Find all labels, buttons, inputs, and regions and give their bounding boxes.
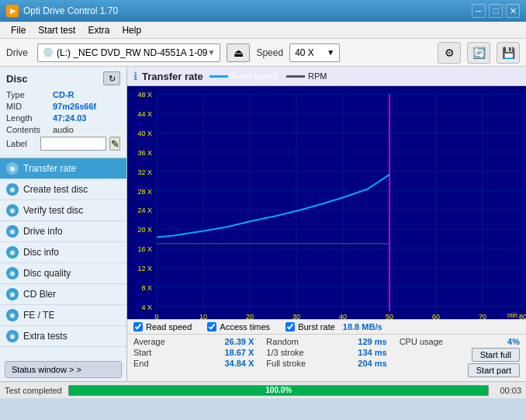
cpu-row: CPU usage 4% <box>400 337 520 346</box>
average-label: Average <box>133 337 165 346</box>
chart-header: ℹ Transfer rate Read speed RPM <box>127 67 526 86</box>
access-times-check: Access times <box>207 322 270 331</box>
nav-item-create-test-disc[interactable]: ◉ Create test disc <box>0 179 126 200</box>
chart-panel: ℹ Transfer rate Read speed RPM <box>127 67 526 381</box>
eject-button[interactable]: ⏏ <box>227 43 250 62</box>
nav-extra-tests-label: Extra tests <box>23 331 67 342</box>
close-button[interactable]: ✕ <box>506 4 520 18</box>
access-times-checkbox[interactable] <box>207 322 216 331</box>
extra-tests-icon: ◉ <box>6 330 19 342</box>
stroke-1-3-row: 1/3 stroke 134 ms <box>266 348 386 357</box>
drive-label: Drive <box>6 47 28 58</box>
svg-text:20: 20 <box>246 313 254 319</box>
minimize-button[interactable]: ─ <box>472 4 486 18</box>
svg-text:12 X: 12 X <box>138 265 152 272</box>
chart-title-icon: ℹ <box>133 70 137 82</box>
burst-rate-check-label: Burst rate <box>298 322 335 331</box>
average-row: Average 26.39 X <box>133 337 254 346</box>
disc-length-value: 47:24.03 <box>53 113 86 123</box>
read-speed-check: Read speed <box>133 322 192 331</box>
nav-fe-te-label: FE / TE <box>23 310 54 321</box>
cpu-value: 4% <box>507 337 520 346</box>
checks-bar: Read speed Access times Burst rate 18.8 … <box>127 319 526 334</box>
disc-section: Disc ↻ Type CD-R MID 97m26s66f Length 47… <box>0 67 126 158</box>
random-row: Random 129 ms <box>266 337 386 346</box>
svg-text:10: 10 <box>199 313 207 319</box>
refresh-button[interactable]: 🔄 <box>467 42 490 64</box>
toolbar: Drive 💿 (L:) _NEC DVD_RW ND-4551A 1-09 ▼… <box>0 39 526 67</box>
read-speed-checkbox[interactable] <box>133 322 143 331</box>
menu-help[interactable]: Help <box>116 23 147 37</box>
nav-item-cd-bler[interactable]: ◉ CD Bler <box>0 284 126 305</box>
chart-legend: Read speed RPM <box>209 71 327 81</box>
nav-item-transfer-rate[interactable]: ◉ Transfer rate <box>0 158 126 179</box>
chart-svg: 48 X 44 X 40 X 36 X 32 X 28 X 24 X 20 X … <box>127 86 526 319</box>
progress-bar: 100.0% <box>69 386 488 395</box>
legend-rpm-label: RPM <box>308 71 327 81</box>
settings-button[interactable]: ⚙ <box>438 42 461 64</box>
menu-start-test[interactable]: Start test <box>32 23 81 37</box>
legend-read-speed: Read speed <box>209 71 277 81</box>
nav-item-disc-info[interactable]: ◉ Disc info <box>0 242 126 263</box>
start-full-button[interactable]: Start full <box>472 348 520 362</box>
disc-quality-icon: ◉ <box>6 267 19 279</box>
svg-text:48 X: 48 X <box>138 91 152 99</box>
svg-text:32 X: 32 X <box>138 168 152 176</box>
svg-text:16 X: 16 X <box>138 245 152 253</box>
svg-text:20 X: 20 X <box>138 226 152 234</box>
menu-file[interactable]: File <box>5 23 32 37</box>
disc-mid-value: 97m26s66f <box>53 102 96 111</box>
disc-label-label: Label <box>6 139 37 148</box>
disc-contents-row: Contents audio <box>6 125 120 134</box>
disc-label-input[interactable] <box>40 137 106 151</box>
disc-header: Disc ↻ <box>6 71 120 85</box>
status-text: Test completed <box>5 386 62 395</box>
start-full-row: Start full <box>400 348 520 362</box>
save-button[interactable]: 💾 <box>497 42 520 64</box>
stats-col-1: Average 26.39 X Start 18.67 X End 34.84 … <box>127 335 260 381</box>
speed-selector[interactable]: 40 X ▼ <box>289 43 340 62</box>
start-part-button[interactable]: Start part <box>468 363 520 377</box>
nav-item-drive-info[interactable]: ◉ Drive info <box>0 221 126 242</box>
progress-value: 100.0% <box>265 386 292 394</box>
svg-text:8 X: 8 X <box>142 284 152 292</box>
burst-rate-value: 18.8 MB/s <box>343 322 382 331</box>
nav-item-fe-te[interactable]: ◉ FE / TE <box>0 305 126 326</box>
drive-selector[interactable]: 💿 (L:) _NEC DVD_RW ND-4551A 1-09 ▼ <box>37 43 220 62</box>
nav-item-verify-test-disc[interactable]: ◉ Verify test disc <box>0 200 126 221</box>
speed-dropdown-arrow: ▼ <box>327 48 334 57</box>
svg-text:40: 40 <box>339 313 347 319</box>
disc-refresh-button[interactable]: ↻ <box>103 71 120 85</box>
svg-text:40 X: 40 X <box>138 130 152 137</box>
random-label: Random <box>266 337 299 346</box>
legend-rpm-color <box>286 75 305 78</box>
svg-text:30: 30 <box>292 313 300 319</box>
title-bar-left: ▶ Opti Drive Control 1.70 <box>6 5 118 17</box>
random-value: 129 ms <box>358 337 386 346</box>
nav-item-disc-quality[interactable]: ◉ Disc quality <box>0 263 126 284</box>
status-window-button[interactable]: Status window > > <box>5 361 122 378</box>
burst-rate-checkbox[interactable] <box>285 322 295 331</box>
svg-text:60: 60 <box>432 313 440 319</box>
svg-text:28 X: 28 X <box>138 187 152 195</box>
drive-info-icon: ◉ <box>6 225 19 238</box>
chart-svg-container: 48 X 44 X 40 X 36 X 32 X 28 X 24 X 20 X … <box>127 86 526 319</box>
nav-verify-test-disc-label: Verify test disc <box>23 205 83 216</box>
window-controls: ─ □ ✕ <box>472 4 520 18</box>
verify-test-disc-icon: ◉ <box>6 204 19 217</box>
disc-label-edit-button[interactable]: ✎ <box>109 137 120 151</box>
end-label: End <box>133 359 149 368</box>
nav-item-extra-tests[interactable]: ◉ Extra tests <box>0 326 126 347</box>
end-value: 34.84 X <box>224 359 254 368</box>
disc-mid-row: MID 97m26s66f <box>6 102 120 111</box>
access-times-check-label: Access times <box>220 322 270 331</box>
full-stroke-label: Full stroke <box>266 359 306 368</box>
sidebar: Disc ↻ Type CD-R MID 97m26s66f Length 47… <box>0 67 127 381</box>
title-bar: ▶ Opti Drive Control 1.70 ─ □ ✕ <box>0 0 526 22</box>
menu-extra[interactable]: Extra <box>81 23 116 37</box>
start-value: 18.67 X <box>224 348 254 357</box>
progress-container: 100.0% <box>68 385 489 396</box>
start-part-row: Start part <box>400 363 520 377</box>
maximize-button[interactable]: □ <box>489 4 503 18</box>
read-speed-check-label: Read speed <box>146 322 192 331</box>
